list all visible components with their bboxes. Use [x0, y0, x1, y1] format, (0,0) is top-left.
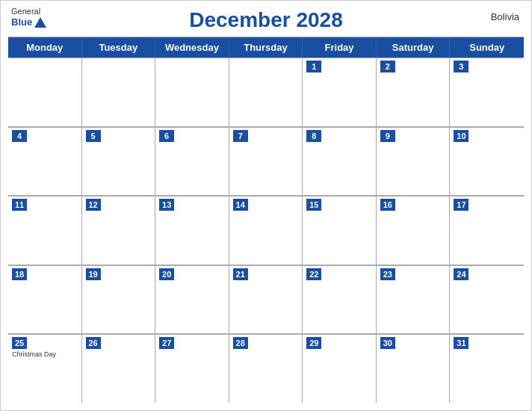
day-number: 2	[380, 61, 395, 72]
day-number: 28	[233, 337, 248, 349]
week-row-5: 25Christmas Day262728293031	[8, 334, 524, 403]
day-cell: 25Christmas Day	[8, 334, 82, 403]
day-cell: 13	[155, 196, 229, 265]
day-headers: Monday Tuesday Wednesday Thursday Friday…	[8, 37, 524, 58]
day-number: 27	[159, 337, 174, 349]
day-number: 25	[12, 337, 27, 349]
header-sunday: Sunday	[450, 37, 524, 58]
day-cell: 31	[450, 334, 524, 403]
day-cell: 2	[377, 58, 451, 126]
calendar-container: General Blue December 2028 Bolivia Monda…	[0, 0, 532, 411]
day-cell: 10	[450, 127, 524, 196]
day-number: 14	[233, 199, 248, 211]
day-number: 10	[454, 130, 468, 142]
day-cell: 28	[229, 334, 303, 403]
day-number: 23	[380, 268, 395, 280]
country-label: Bolivia	[491, 11, 519, 22]
day-cell: 24	[450, 265, 524, 334]
day-number: 8	[306, 130, 321, 142]
day-cell: 21	[229, 265, 303, 334]
day-number: 9	[380, 130, 395, 142]
day-cell: 11	[8, 196, 82, 265]
day-number: 18	[12, 268, 27, 280]
day-cell: 20	[155, 265, 229, 334]
day-cell: 6	[155, 127, 229, 196]
day-number: 15	[306, 199, 321, 211]
header-thursday: Thursday	[229, 37, 303, 58]
day-cell: 1	[303, 58, 377, 126]
day-number: 1	[306, 61, 321, 72]
header-saturday: Saturday	[377, 37, 451, 58]
week-row-4: 18192021222324	[8, 265, 524, 335]
day-cell: 19	[82, 265, 156, 334]
day-number: 5	[86, 130, 101, 142]
weeks: 1234567891011121314151617181920212223242…	[8, 58, 524, 403]
day-cell: 8	[303, 127, 377, 196]
day-number: 29	[306, 337, 321, 349]
day-cell: 18	[8, 265, 82, 334]
day-number: 17	[454, 199, 468, 211]
day-cell: 5	[82, 127, 156, 196]
month-title: December 2028	[189, 8, 342, 32]
header-tuesday: Tuesday	[82, 37, 156, 58]
holiday-label: Christmas Day	[12, 350, 78, 358]
day-number: 6	[159, 130, 174, 142]
day-number: 20	[159, 268, 174, 280]
day-cell: 30	[377, 334, 451, 403]
logo-triangle-icon	[34, 17, 46, 28]
calendar-header: General Blue December 2028 Bolivia	[1, 1, 531, 37]
day-cell: 16	[377, 196, 451, 265]
header-monday: Monday	[8, 37, 82, 58]
day-cell: 23	[377, 265, 451, 334]
day-cell: 14	[229, 196, 303, 265]
header-wednesday: Wednesday	[155, 37, 229, 58]
day-number: 13	[159, 199, 174, 211]
day-number: 30	[380, 337, 395, 349]
day-cell	[8, 58, 82, 126]
day-number: 21	[233, 268, 248, 280]
day-cell	[82, 58, 156, 126]
day-number: 19	[86, 268, 101, 280]
week-row-3: 11121314151617	[8, 196, 524, 265]
day-cell: 4	[8, 127, 82, 196]
day-number: 31	[454, 337, 468, 349]
day-number: 26	[86, 337, 101, 349]
day-number: 22	[306, 268, 321, 280]
day-cell: 22	[303, 265, 377, 334]
logo-blue-text: Blue	[11, 16, 46, 28]
day-number: 3	[454, 61, 468, 72]
day-cell: 12	[82, 196, 156, 265]
day-cell: 15	[303, 196, 377, 265]
day-cell: 27	[155, 334, 229, 403]
day-number: 11	[12, 199, 27, 211]
day-cell: 3	[450, 58, 524, 126]
day-number: 12	[86, 199, 101, 211]
calendar-grid: Monday Tuesday Wednesday Thursday Friday…	[8, 37, 524, 403]
day-cell	[155, 58, 229, 126]
day-cell: 17	[450, 196, 524, 265]
day-cell: 7	[229, 127, 303, 196]
day-cell: 29	[303, 334, 377, 403]
week-row-1: 123	[8, 58, 524, 127]
logo: General Blue	[11, 7, 46, 28]
day-cell: 26	[82, 334, 156, 403]
day-number: 7	[233, 130, 248, 142]
logo-general-text: General	[11, 7, 40, 16]
week-row-2: 45678910	[8, 127, 524, 197]
day-number: 16	[380, 199, 395, 211]
day-number: 24	[454, 268, 468, 280]
day-cell: 9	[377, 127, 451, 196]
header-friday: Friday	[303, 37, 377, 58]
day-cell	[229, 58, 303, 126]
day-number: 4	[12, 130, 27, 142]
